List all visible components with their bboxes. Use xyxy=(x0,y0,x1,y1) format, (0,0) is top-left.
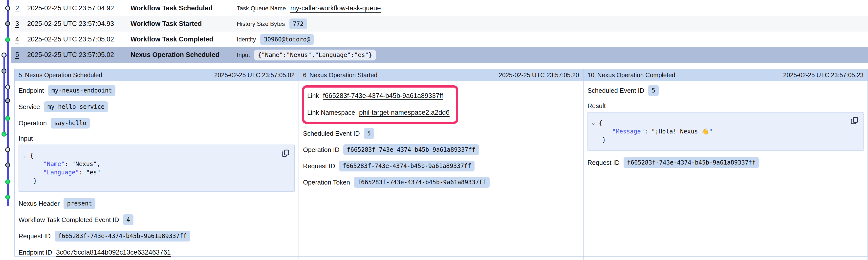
field-label: Service xyxy=(19,103,40,111)
link-namespace-link[interactable]: phil-target-namespace2.a2dd6 xyxy=(359,109,450,116)
event-row-3[interactable]: 3 2025-02-25 UTC 23:57:04.93 Workflow Ta… xyxy=(11,16,868,32)
copy-icon[interactable] xyxy=(850,116,859,125)
panel-nexus-operation-started: 6 Nexus Operation Started 2025-02-25 UTC… xyxy=(299,69,584,260)
event-row-5-selected[interactable]: 5 2025-02-25 UTC 23:57:05.02 Nexus Opera… xyxy=(11,47,868,63)
field-operation-token: Operation Token f665283f-743e-4374-b45b-… xyxy=(303,177,579,187)
field-label: Operation xyxy=(19,119,47,127)
field-label: Endpoint ID xyxy=(19,249,52,256)
panel-nexus-operation-completed: 10 Nexus Operation Completed 2025-02-25 … xyxy=(584,69,868,260)
endpoint-id-link[interactable]: 3c0c75ccfa8144b092c13ce632463761 xyxy=(56,249,171,256)
panel-title: 5 Nexus Operation Scheduled xyxy=(19,72,102,79)
field-request-id: Request ID f665283f-743e-4374-b45b-9a61a… xyxy=(19,231,294,241)
timeline-event-dot[interactable] xyxy=(5,162,10,168)
panel-event-name: Nexus Operation Started xyxy=(309,72,377,79)
panel-timestamp: 2025-02-25 UTC 23:57:05.23 xyxy=(783,72,864,79)
event-name: Workflow Task Completed xyxy=(130,36,237,43)
timeline-event-dot[interactable] xyxy=(5,195,10,199)
field-label: Nexus Header xyxy=(19,200,60,208)
field-operation: Operation say-hello xyxy=(19,118,294,128)
field-value-badge: 5 xyxy=(364,128,374,139)
link-value-link[interactable]: f665283f-743e-4374-b45b-9a61a89337ff xyxy=(323,92,443,100)
result-json-viewer: ⌄ { "Message": "¡Hola! Nexus 👋" } xyxy=(587,112,864,151)
event-id-link[interactable]: 2 xyxy=(15,4,27,12)
timeline-event-dot[interactable] xyxy=(5,21,10,26)
panel-header: 10 Nexus Operation Completed 2025-02-25 … xyxy=(584,69,868,81)
field-scheduled-event-id: Scheduled Event ID 5 xyxy=(587,85,864,96)
field-value-badge: f665283f-743e-4374-b45b-9a61a89337ff xyxy=(624,157,759,168)
field-nexus-header: Nexus Header present xyxy=(19,198,294,209)
event-timestamp: 2025-02-25 UTC 23:57:04.93 xyxy=(27,20,130,28)
field-label: Scheduled Event ID xyxy=(303,130,360,138)
panel-event-name: Nexus Operation Completed xyxy=(597,72,675,79)
field-link: Link f665283f-743e-4374-b45b-9a61a89337f… xyxy=(307,90,450,101)
timeline-event-dot[interactable] xyxy=(5,98,10,103)
event-attr-label: Identity xyxy=(237,36,256,43)
panel-body: Endpoint my-nexus-endpoint Service my-he… xyxy=(14,81,299,260)
copy-icon[interactable] xyxy=(281,149,290,157)
event-id-link[interactable]: 3 xyxy=(15,20,27,28)
event-input-json-badge: {"Name":"Nexus","Language":"es"} xyxy=(254,49,375,61)
event-attr-label: History Size Bytes xyxy=(237,21,285,27)
field-endpoint-id: Endpoint ID 3c0c75ccfa8144b092c13ce63246… xyxy=(19,247,294,258)
workflow-history-screen: 2 2025-02-25 UTC 23:57:04.92 Workflow Ta… xyxy=(0,0,868,260)
json-line: "Language": "es" xyxy=(23,168,277,177)
event-attr-label: Task Queue Name xyxy=(237,5,286,12)
timeline-event-dot[interactable] xyxy=(1,132,6,137)
event-timestamp: 2025-02-25 UTC 23:57:04.92 xyxy=(27,4,130,12)
field-link-namespace: Link Namespace phil-target-namespace2.a2… xyxy=(307,107,450,118)
field-endpoint: Endpoint my-nexus-endpoint xyxy=(19,85,294,96)
field-service: Service my-hello-service xyxy=(19,102,294,112)
field-label: Workflow Task Completed Event ID xyxy=(19,216,119,224)
timeline-event-dot[interactable] xyxy=(5,147,10,152)
field-label: Operation ID xyxy=(303,146,339,154)
field-label: Request ID xyxy=(587,159,620,166)
panel-body: Link f665283f-743e-4374-b45b-9a61a89337f… xyxy=(299,81,583,260)
event-id-link[interactable]: 4 xyxy=(15,36,27,43)
field-label: Link xyxy=(307,92,319,100)
timeline-branch-line xyxy=(3,55,5,135)
timeline-event-dot[interactable] xyxy=(5,6,10,11)
event-attr-value-badge: 30960@totoro@ xyxy=(260,34,314,45)
timeline-event-dot[interactable] xyxy=(1,52,6,58)
json-open-brace: { xyxy=(23,151,277,160)
timeline-event-dot[interactable] xyxy=(5,116,10,121)
event-name: Nexus Operation Scheduled xyxy=(130,51,237,59)
chevron-down-icon[interactable]: ⌄ xyxy=(592,118,595,127)
event-attr-value-badge: 772 xyxy=(289,18,307,29)
field-label: Link Namespace xyxy=(307,109,355,116)
field-workflow-task-completed-event-id: Workflow Task Completed Event ID 4 xyxy=(19,215,294,225)
timeline-event-dot[interactable] xyxy=(5,85,10,89)
result-section-label: Result xyxy=(587,102,864,110)
field-request-id: Request ID f665283f-743e-4374-b45b-9a61a… xyxy=(587,157,864,168)
timeline-event-dot[interactable] xyxy=(5,37,10,42)
field-value-badge: my-nexus-endpoint xyxy=(48,85,116,96)
field-value-badge: present xyxy=(64,198,95,209)
field-label: Request ID xyxy=(303,162,335,170)
chevron-down-icon[interactable]: ⌄ xyxy=(23,151,26,159)
event-timestamp: 2025-02-25 UTC 23:57:05.02 xyxy=(27,36,130,43)
json-line: "Name": "Nexus", xyxy=(23,160,277,168)
field-operation-id: Operation ID f665283f-743e-4374-b45b-9a6… xyxy=(303,145,579,155)
task-queue-link[interactable]: my-caller-workflow-task-queue xyxy=(290,4,381,12)
field-value-badge: my-hello-service xyxy=(44,101,108,112)
timeline-event-dot[interactable] xyxy=(5,179,10,184)
json-close-brace: } xyxy=(591,136,846,144)
input-section-label: Input xyxy=(19,134,294,143)
panel-timestamp: 2025-02-25 UTC 23:57:05.02 xyxy=(214,72,294,79)
field-value-badge: 4 xyxy=(123,214,133,225)
field-label: Request ID xyxy=(19,232,51,240)
panel-header: 5 Nexus Operation Scheduled 2025-02-25 U… xyxy=(14,69,299,81)
field-scheduled-event-id: Scheduled Event ID 5 xyxy=(303,128,579,139)
json-open-brace: { xyxy=(591,119,846,127)
field-value-badge: say-hello xyxy=(51,118,90,128)
field-label: Endpoint xyxy=(19,87,44,95)
field-label: Scheduled Event ID xyxy=(587,87,644,95)
panel-timestamp: 2025-02-25 UTC 23:57:05.20 xyxy=(499,72,579,79)
timeline-event-dot[interactable] xyxy=(1,69,6,74)
json-line: "Message": "¡Hola! Nexus 👋" xyxy=(591,127,846,136)
event-row-4[interactable]: 4 2025-02-25 UTC 23:57:05.02 Workflow Ta… xyxy=(11,32,868,47)
field-value-badge: f665283f-743e-4374-b45b-9a61a89337ff xyxy=(354,177,489,188)
event-row-2[interactable]: 2 2025-02-25 UTC 23:57:04.92 Workflow Ta… xyxy=(11,0,868,16)
event-timeline xyxy=(0,0,14,260)
event-id-link[interactable]: 5 xyxy=(15,51,27,59)
